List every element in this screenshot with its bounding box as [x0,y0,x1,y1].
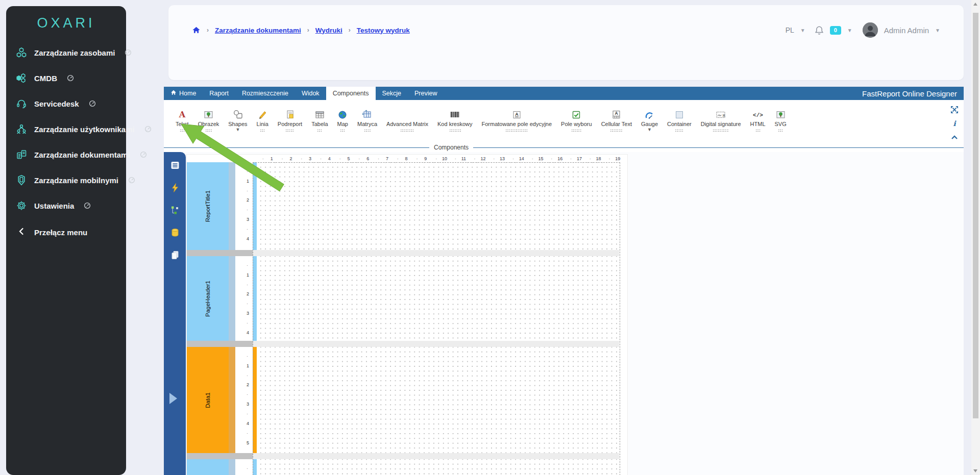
collapse-ribbon-icon[interactable] [950,133,959,142]
component-tekst[interactable]: ATekst [171,109,193,132]
sidebar-item-5[interactable]: Zarządzanie dokumentami [6,142,126,167]
info-icon[interactable]: i [950,119,959,128]
component-shapes[interactable]: Shapes▼ [224,109,252,131]
chevron-down-icon[interactable]: ▼ [935,28,940,33]
component-html[interactable]: </>HTML [746,109,770,132]
sidebar-collapse-toggle[interactable]: Przełącz menu [6,219,126,245]
report-tree-icon[interactable] [170,205,180,215]
component-map[interactable]: Map [333,109,353,132]
ruler-dot: · [301,156,302,161]
component-linia[interactable]: Linia [252,109,273,132]
report-properties-icon[interactable] [170,160,180,170]
sidebar-item-2[interactable]: CMDB [6,65,126,91]
band-divider-left [187,453,253,459]
drag-dots [340,129,345,132]
component-digital-signature[interactable]: RDigital signature [696,109,746,132]
outside-page-area [619,162,627,250]
band-divider[interactable] [187,341,627,347]
sidebar-item-1[interactable]: Zarządzanie zasobami [6,40,126,65]
ruler-dot: · [435,156,437,161]
breadcrumb-link-3[interactable]: Testowy wydruk [357,27,410,34]
band-divider[interactable] [187,453,627,459]
component-obrazek[interactable]: Obrazek [193,109,224,132]
tab-raport[interactable]: Raport [203,87,235,100]
band-header-ReportTitle1[interactable]: ReportTitle1 [187,162,229,250]
tab-components[interactable]: Components [326,87,376,100]
svg-text:R: R [723,114,726,118]
mobile-device-icon [15,174,28,186]
ruler-dot: · [493,156,495,161]
chevron-down-icon[interactable]: ▼ [847,28,852,33]
component-tabela[interactable]: Tabela [307,109,332,132]
breadcrumb-link-1[interactable]: Zarządzanie dokumentami [215,27,301,34]
sidebar-item-6[interactable]: Zarządzanie mobilnymi [6,167,126,193]
user-name[interactable]: Admin Admin [884,26,929,35]
band-canvas-area[interactable] [257,347,619,453]
ruler-number: 5 [348,156,350,161]
scrollbar-thumb[interactable] [973,13,978,418]
tab-preview[interactable]: Preview [408,87,444,100]
data-sources-icon[interactable] [170,228,180,238]
band-header-PageHeader1[interactable]: PageHeader1 [187,256,229,341]
sidebar-item-7[interactable]: Ustawienia [6,193,126,218]
ruler-number: 1 [247,272,249,278]
component-container[interactable]: Container [663,109,696,132]
notifications-bell-icon[interactable] [815,26,824,35]
scrollbar-down-arrow[interactable] [973,469,977,472]
component-label: Kod kreskowy [437,121,472,127]
component-formatowane-pole-edycyjne[interactable]: AFormatowane pole edycyjne [477,109,557,132]
ruler-dot: · [378,156,379,161]
avatar[interactable] [863,22,878,38]
ruler-number: 2 [247,382,249,387]
gauge-component-icon [645,109,654,119]
band-page-strip [253,162,257,250]
component-svg[interactable]: SVG [770,109,791,132]
band-header-Data1[interactable]: Data1 [187,347,229,453]
ruler-number: 18 [596,156,601,161]
band-canvas-area[interactable] [257,256,619,341]
sidebar-item-3[interactable]: Servicedesk [6,91,126,116]
component-matryca[interactable]: Matryca [353,109,382,132]
gauge-mini-icon [140,151,147,158]
tab-label: Rozmieszczenie [242,90,288,97]
band-header-4[interactable] [187,459,229,475]
assets-network-icon [15,46,28,59]
component-gauge[interactable]: Gauge▼ [636,109,663,131]
component-kod-kreskowy[interactable]: Kod kreskowy [433,109,477,132]
breadcrumb-home-icon[interactable] [192,26,201,34]
component-podreport[interactable]: Podreport [273,109,307,132]
band-name: Data1 [205,392,211,408]
tab-rozmieszczenie[interactable]: Rozmieszczenie [235,87,295,100]
ruler-number: 2 [247,291,249,296]
band-shade-strip [229,256,235,341]
fullscreen-icon[interactable] [950,105,959,114]
component-label: Obrazek [198,121,219,127]
tab-sekcje[interactable]: Sekcje [376,87,408,100]
events-lightning-icon[interactable] [170,183,180,193]
horizontal-ruler: ·1·2·3·4·5·6·7·8·9·10·11·12·13·14·15·16·… [187,155,627,162]
language-selector[interactable]: PL [786,26,794,34]
tab-home[interactable]: Home [164,87,203,100]
component-cellular-text[interactable]: ACellular Text [597,109,636,132]
component-label: Linia [257,121,268,127]
ruler-number: 2 [247,197,249,203]
band-canvas-area[interactable] [257,459,619,475]
breadcrumb-link-2[interactable]: Wydruki [315,27,342,34]
component-pole-wyboru[interactable]: Pole wyboru [556,109,597,132]
run-preview-play-button[interactable] [169,393,177,404]
ruler-number: 1 [271,156,273,161]
tab-widok[interactable]: Widok [295,87,326,100]
sidebar-item-4[interactable]: Zarządzanie użytkownikami [6,116,126,142]
gauge-mini-icon [89,100,96,107]
component-label: Shapes [228,121,247,127]
band-canvas-area[interactable] [257,162,619,250]
band-divider[interactable] [187,250,627,256]
scrollbar-up-arrow[interactable] [973,3,977,6]
sidebar-collapse-label: Przełącz menu [34,228,87,237]
header-card: ›Zarządzanie dokumentami›Wydruki›Testowy… [168,5,964,80]
band-vertical-ruler: · [237,459,253,475]
breadcrumb: ›Zarządzanie dokumentami›Wydruki›Testowy… [201,27,410,34]
component-label: HTML [750,121,766,127]
component-advanced-matrix[interactable]: Advanced Matrix [382,109,433,132]
copy-pages-icon[interactable] [170,250,180,260]
